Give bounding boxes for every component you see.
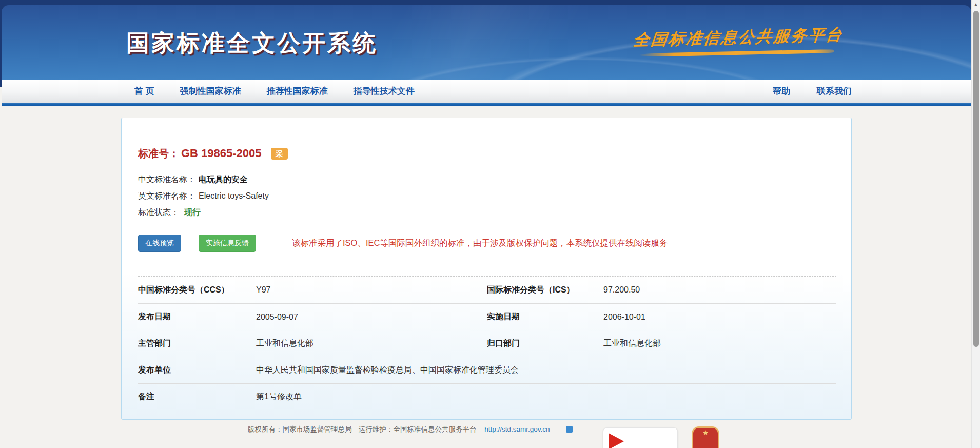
flag-logo[interactable] xyxy=(603,427,678,448)
footer-copyright-text: 版权所有：国家市场监督管理总局 运行维护：全国标准信息公共服务平台 xyxy=(248,425,477,433)
field-label: 标准状态： xyxy=(138,207,179,218)
site-header: 国家标准全文公开系统 全国标准信息公共服务平台 xyxy=(2,5,971,80)
field-status: 标准状态： 现行 xyxy=(138,204,836,221)
flag-icon xyxy=(609,433,624,448)
footer: 版权所有：国家市场监督管理总局 运行维护：全国标准信息公共服务平台 http:/… xyxy=(2,408,971,436)
copyright-restriction-notice: 该标准采用了ISO、IEC等国际国外组织的标准，由于涉及版权保护问题，本系统仅提… xyxy=(292,238,668,249)
platform-logo: 全国标准信息公共服务平台 xyxy=(634,27,843,55)
scrollbar[interactable]: ▲ xyxy=(971,0,980,448)
detail-value: 97.200.50 xyxy=(603,285,836,295)
detail-label: 主管部门 xyxy=(138,338,256,349)
nav-inner: 首 页 强制性国家标准 推荐性国家标准 指导性技术文件 帮助 联系我们 xyxy=(121,80,852,103)
online-preview-button[interactable]: 在线预览 xyxy=(138,235,181,252)
status-badge: 现行 xyxy=(184,207,201,218)
field-value: 电玩具的安全 xyxy=(199,174,248,185)
detail-value: 2005-09-07 xyxy=(256,313,487,322)
table-row: 主管部门 工业和信息化部 归口部门 工业和信息化部 xyxy=(138,330,836,357)
detail-label: 中国标准分类号（CCS） xyxy=(138,285,256,296)
nav-left-group: 首 页 强制性国家标准 推荐性国家标准 指导性技术文件 xyxy=(134,85,440,97)
detail-label: 归口部门 xyxy=(487,338,603,349)
standard-number: GB 19865-2005 xyxy=(181,146,262,161)
detail-label: 国际标准分类号（ICS） xyxy=(487,285,603,296)
main-nav: 首 页 强制性国家标准 推荐性国家标准 指导性技术文件 帮助 联系我们 xyxy=(2,80,971,103)
implementation-feedback-button[interactable]: 实施信息反馈 xyxy=(199,235,256,252)
standard-fields: 中文标准名称： 电玩具的安全 英文标准名称： Electric toys-Saf… xyxy=(138,171,836,221)
logo-underline xyxy=(639,49,834,57)
platform-logo-text: 全国标准信息公共服务平台 xyxy=(632,24,844,51)
detail-value: Y97 xyxy=(256,285,487,295)
nav-item-mandatory-standards[interactable]: 强制性国家标准 xyxy=(180,85,241,97)
nav-item-guidance-documents[interactable]: 指导性技术文件 xyxy=(354,85,415,97)
detail-table: 中国标准分类号（CCS） Y97 国际标准分类号（ICS） 97.200.50 … xyxy=(138,276,836,410)
page-container: 国家标准全文公开系统 全国标准信息公共服务平台 首 页 强制性国家标准 推荐性国… xyxy=(2,5,971,448)
adopted-badge: 采 xyxy=(271,148,288,160)
scroll-up-icon[interactable]: ▲ xyxy=(972,0,980,9)
main-content: 标准号： GB 19865-2005 采 中文标准名称： 电玩具的安全 英文标准… xyxy=(2,106,971,448)
field-chinese-name: 中文标准名称： 电玩具的安全 xyxy=(138,171,836,188)
detail-value: 第1号修改单 xyxy=(256,392,836,402)
detail-label: 发布单位 xyxy=(138,365,256,376)
footer-copyright: 版权所有：国家市场监督管理总局 运行维护：全国标准信息公共服务平台 http:/… xyxy=(248,425,573,434)
detail-label: 发布日期 xyxy=(138,311,256,322)
detail-value: 2006-10-01 xyxy=(603,313,836,322)
detail-value: 中华人民共和国国家质量监督检验检疫总局、中国国家标准化管理委员会 xyxy=(256,365,836,376)
field-value: Electric toys-Safety xyxy=(199,191,269,201)
scrollbar-thumb[interactable] xyxy=(973,11,979,347)
detail-label: 实施日期 xyxy=(487,311,603,322)
standard-title-row: 标准号： GB 19865-2005 采 xyxy=(138,146,836,161)
detail-value: 工业和信息化部 xyxy=(256,338,487,349)
actions-row: 在线预览 实施信息反馈 该标准采用了ISO、IEC等国际国外组织的标准，由于涉及… xyxy=(138,234,836,252)
nav-right-group: 帮助 联系我们 xyxy=(746,85,852,97)
field-label: 中文标准名称： xyxy=(138,174,195,185)
nav-bottom-border xyxy=(2,103,971,106)
site-badge-icon xyxy=(566,426,573,433)
table-row: 发布单位 中华人民共和国国家质量监督检验检疫总局、中国国家标准化管理委员会 xyxy=(138,357,836,383)
emblem-star-icon: ★ xyxy=(702,429,709,448)
table-row: 发布日期 2005-09-07 实施日期 2006-10-01 xyxy=(138,303,836,330)
table-row: 备注 第1号修改单 xyxy=(138,383,836,410)
standard-detail-card: 标准号： GB 19865-2005 采 中文标准名称： 电玩具的安全 英文标准… xyxy=(121,118,852,420)
emblem-logo[interactable]: ★ xyxy=(692,426,719,448)
field-label: 英文标准名称： xyxy=(138,191,195,202)
nav-item-contact[interactable]: 联系我们 xyxy=(817,85,852,97)
field-english-name: 英文标准名称： Electric toys-Safety xyxy=(138,188,836,204)
nav-item-recommended-standards[interactable]: 推荐性国家标准 xyxy=(267,85,328,97)
detail-label: 备注 xyxy=(138,392,256,402)
nav-item-help[interactable]: 帮助 xyxy=(773,85,790,97)
footer-link[interactable]: http://std.samr.gov.cn xyxy=(484,425,550,433)
standard-number-label: 标准号： xyxy=(138,146,179,161)
nav-item-home[interactable]: 首 页 xyxy=(134,85,154,97)
detail-value: 工业和信息化部 xyxy=(603,338,836,349)
table-row: 中国标准分类号（CCS） Y97 国际标准分类号（ICS） 97.200.50 xyxy=(138,277,836,303)
site-title: 国家标准全文公开系统 xyxy=(126,28,378,59)
